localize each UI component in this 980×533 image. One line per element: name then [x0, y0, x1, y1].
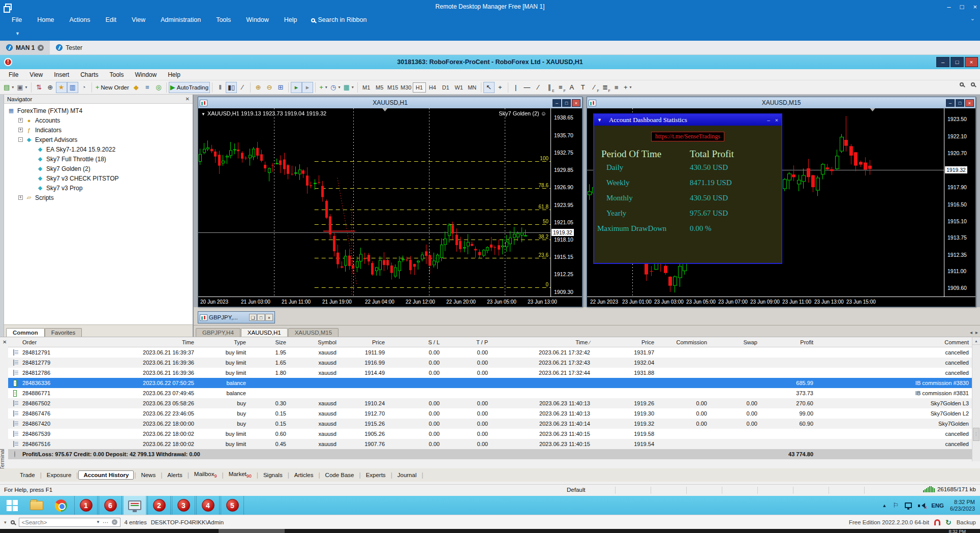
- statusbar-expander-icon[interactable]: ▾: [4, 520, 7, 525]
- navigator-item-sky7-v3-check-pitstop[interactable]: ◆Sky7 v3 CHECK PITSTOP: [4, 173, 193, 183]
- fibo-expansion-button[interactable]: ≣F: [600, 82, 611, 93]
- candlestick-button[interactable]: ▮▯: [226, 82, 237, 93]
- navigator-item-ea-sky7-1-204-15-9-2022[interactable]: ◆EA Sky7-1.204 15.9.2022: [4, 144, 193, 154]
- table-row[interactable]: 2848675022023.06.23 05:58:26buy0.30xauus…: [8, 398, 972, 408]
- column-header-commission[interactable]: Commission: [657, 339, 710, 345]
- column-header-time[interactable]: Time∕: [491, 339, 593, 345]
- mt4-menu-file[interactable]: File: [3, 71, 24, 78]
- chart1-minimize-button[interactable]: –: [553, 99, 561, 107]
- data-window-button[interactable]: ⊕: [45, 82, 56, 93]
- chart1-close-button[interactable]: ×: [572, 99, 580, 107]
- search-options-icon[interactable]: ⋯: [103, 519, 109, 526]
- mt4-menu-insert[interactable]: Insert: [48, 71, 75, 78]
- chart2-body[interactable]: 1923.501922.101920.701919.301917.901916.…: [587, 108, 975, 307]
- auto-scroll-button[interactable]: ▸: [291, 82, 302, 93]
- minwin-maximize-button[interactable]: □: [257, 314, 265, 321]
- mt4-menu-charts[interactable]: Charts: [75, 71, 104, 78]
- column-header-s-l[interactable]: S / L: [388, 339, 443, 345]
- column-header-time[interactable]: Time: [86, 339, 197, 345]
- table-row[interactable]: 2848127792023.06.21 16:39:36buy limit1.6…: [8, 358, 972, 368]
- navigator-item-expert-advisors[interactable]: -◆Expert Advisors: [4, 135, 193, 144]
- table-row[interactable]: 2848674762023.06.22 23:46:05buy0.15xauus…: [8, 408, 972, 419]
- rdm-search-in-ribbon[interactable]: Search in Ribbon: [305, 13, 373, 27]
- zoom-out-button[interactable]: ⊖: [264, 82, 275, 93]
- terminal-tab-alerts[interactable]: Alerts: [163, 471, 187, 479]
- fibonacci-button[interactable]: ≡F: [555, 82, 566, 93]
- dashboard-titlebar[interactable]: ▼ Account Dashboard Statistics – ×: [594, 114, 781, 126]
- terminal-tab-experts[interactable]: Experts: [361, 471, 390, 479]
- terminal-tab-code-base[interactable]: Code Base: [321, 471, 359, 479]
- network-icon[interactable]: [905, 502, 912, 508]
- horizontal-line-button[interactable]: —: [522, 82, 533, 93]
- tree-expander-icon[interactable]: +: [18, 195, 23, 200]
- autotrading-button[interactable]: ▶AutoTrading: [169, 82, 210, 93]
- mt4-minimize-button[interactable]: –: [936, 57, 950, 67]
- tab-close-icon[interactable]: ×: [38, 45, 44, 51]
- rdm-menu-file[interactable]: File: [4, 13, 29, 27]
- chart1-plot[interactable]: [198, 108, 550, 297]
- shapes-button[interactable]: ■: [611, 82, 622, 93]
- community-search-icon[interactable]: [971, 82, 975, 86]
- table-row[interactable]: 2848674202023.06.22 18:00:00buy0.15xauus…: [8, 419, 972, 429]
- column-header-size[interactable]: Size: [249, 339, 289, 345]
- timeframe-mn[interactable]: MN: [466, 82, 479, 93]
- chart-tab-xauusd-h1[interactable]: XAUUSD,H1: [241, 328, 288, 337]
- column-header-swap[interactable]: Swap: [710, 339, 760, 345]
- terminal-tab-signals[interactable]: Signals: [259, 471, 287, 479]
- column-header-price[interactable]: Price: [593, 339, 657, 345]
- chart2-price-scale[interactable]: 1923.501922.101920.701919.301917.901916.…: [944, 108, 975, 297]
- tile-windows-button[interactable]: ⊞: [275, 82, 286, 93]
- mt4-menu-view[interactable]: View: [24, 71, 48, 78]
- column-header-comment[interactable]: Comment: [816, 339, 972, 345]
- rdm-menu-edit[interactable]: Edit: [98, 13, 125, 27]
- dashboard-link[interactable]: https://t.me/SenseTradings: [651, 132, 724, 141]
- search-input[interactable]: <Search> ▼ ⋯ ×: [19, 518, 120, 527]
- table-row[interactable]: 2848127862023.06.21 16:39:36buy limit1.8…: [8, 368, 972, 378]
- rdm-ribbon-pin-icon[interactable]: ▼: [15, 31, 20, 36]
- scrollbar-thumb[interactable]: ⋮: [973, 428, 979, 441]
- column-header-type[interactable]: Type: [197, 339, 249, 345]
- mt4-close-button[interactable]: ×: [965, 57, 978, 67]
- chart-shift-button[interactable]: ▸: [302, 82, 313, 93]
- table-row[interactable]: ↑2848363362023.06.22 07:50:25balance685.…: [8, 378, 972, 388]
- navigator-item-forextime-fxtm-mt4[interactable]: ▦ForexTime (FXTM) MT4: [4, 106, 193, 115]
- rdm-menu-tools[interactable]: Tools: [208, 13, 238, 27]
- navigator-close-icon[interactable]: ✕: [186, 96, 190, 102]
- rdm-menu-window[interactable]: Window: [238, 13, 276, 27]
- rdm-menu-view[interactable]: View: [124, 13, 153, 27]
- navigator-item-sky7-golden-2-[interactable]: ◆Sky7 Golden (2): [4, 164, 193, 173]
- tray-expand-icon[interactable]: ▲: [882, 503, 887, 508]
- navigator-item-sky7-full-throttle-18-[interactable]: ◆Sky7 Full Throttle (18): [4, 154, 193, 164]
- minwin-restore-button[interactable]: ❏: [249, 314, 257, 321]
- zoom-in-button[interactable]: ⊕: [253, 82, 264, 93]
- print-button[interactable]: ≡: [142, 82, 153, 93]
- chart1-ohlc-readout[interactable]: ▼XAUUSD,H1 1919.13 1923.73 1919.04 1919.…: [201, 110, 326, 116]
- taskbar-clock[interactable]: 8:32 PM 6/23/2023: [950, 499, 975, 512]
- rdm-tab-tester[interactable]: Tester: [50, 41, 88, 54]
- dashboard-collapse-icon[interactable]: ▼: [597, 117, 602, 123]
- profiles-button[interactable]: ▣▾: [15, 82, 28, 93]
- timeframe-m5[interactable]: M5: [373, 82, 386, 93]
- vertical-line-button[interactable]: |: [510, 82, 522, 93]
- backup-icon[interactable]: ↻: [945, 518, 952, 526]
- periods-button[interactable]: ◷▾: [329, 82, 342, 93]
- terminal-tab-journal[interactable]: Journal: [393, 471, 421, 479]
- new-chart-button[interactable]: ▤▾: [2, 82, 15, 93]
- market-watch-button[interactable]: ⇅: [34, 82, 45, 93]
- explorer-icon[interactable]: [24, 496, 49, 515]
- arrows-button[interactable]: +▾: [622, 82, 633, 93]
- monitor-app-icon[interactable]: [123, 496, 146, 515]
- chart1-time-axis[interactable]: 20 Jun 202321 Jun 03:0021 Jun 11:0021 Ju…: [198, 297, 582, 307]
- terminal-4-icon[interactable]: 4: [196, 496, 220, 515]
- status-profile[interactable]: Default: [567, 487, 668, 493]
- terminal-tab-account-history[interactable]: Account History: [78, 470, 134, 480]
- table-row[interactable]: 2848127912023.06.21 16:39:37buy limit1.9…: [8, 347, 972, 358]
- crosshair-button[interactable]: +: [495, 82, 506, 93]
- mt4-menu-window[interactable]: Window: [130, 71, 163, 78]
- search-dropdown-icon[interactable]: ▼: [96, 520, 100, 524]
- column-header-order[interactable]: Order: [20, 339, 86, 345]
- bar-chart-button[interactable]: ‖: [215, 82, 226, 93]
- mt4-restore-button[interactable]: □: [951, 57, 964, 67]
- terminal-5-icon[interactable]: 5: [221, 496, 244, 515]
- chart1-price-scale[interactable]: 1938.651935.701932.751929.851926.901923.…: [550, 108, 582, 297]
